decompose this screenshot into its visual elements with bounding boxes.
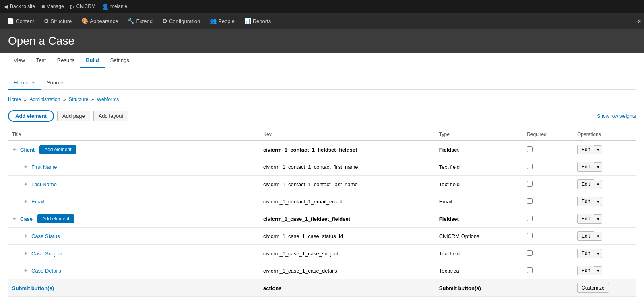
drag-handle-casestatus[interactable]: ✦ <box>23 233 28 239</box>
breadcrumb-administration[interactable]: Administration <box>29 97 60 102</box>
drag-handle-lastname[interactable]: ✦ <box>23 181 28 187</box>
required-cell-firstname[interactable] <box>523 158 573 176</box>
required-checkbox-email[interactable] <box>527 198 533 204</box>
required-checkbox-casesubject[interactable] <box>527 250 533 256</box>
add-element-client-button[interactable]: Add element <box>39 145 76 154</box>
tab-test[interactable]: Test <box>31 53 52 68</box>
dropdown-button-case[interactable]: ▾ <box>594 214 602 224</box>
add-page-button[interactable]: Add page <box>57 111 90 121</box>
nav-content[interactable]: 📄 Content <box>3 13 38 29</box>
required-checkbox-casedetails[interactable] <box>527 267 533 273</box>
breadcrumb-home[interactable]: Home <box>8 97 21 102</box>
user-menu[interactable]: 👤 melanie <box>102 3 127 10</box>
drag-handle-case[interactable]: ✦ <box>12 216 17 222</box>
dropdown-button-casedetails[interactable]: ▾ <box>594 266 602 275</box>
drag-handle-casesubject[interactable]: ✦ <box>23 250 28 257</box>
key-cell-casedetails: civicrm_1_case_1_case_details <box>259 262 435 279</box>
title-cell: ✦ Case Details <box>8 262 259 279</box>
reports-icon: 📊 <box>244 18 251 24</box>
dropdown-button-client[interactable]: ▾ <box>594 145 602 154</box>
operations-cell-case: Edit ▾ <box>573 210 636 228</box>
breadcrumb-webforms[interactable]: Webforms <box>97 97 119 102</box>
tab-results[interactable]: Results <box>52 53 80 68</box>
element-link-casesubject[interactable]: Case Subject <box>31 251 62 257</box>
table-row: ✦ Last Name civicrm_1_contact_1_contact_… <box>8 176 636 193</box>
edit-button-casedetails[interactable]: Edit <box>577 266 594 275</box>
nav-reports[interactable]: 📊 Reports <box>240 13 275 29</box>
drag-handle-firstname[interactable]: ✦ <box>23 164 28 170</box>
nav-extend[interactable]: 🔧 Extend <box>124 13 156 29</box>
edit-button-case[interactable]: Edit <box>577 214 594 224</box>
required-cell-email[interactable] <box>523 193 573 210</box>
required-checkbox-casestatus[interactable] <box>527 233 533 238</box>
manage-menu[interactable]: ≡ Manage <box>41 3 64 10</box>
drag-handle-email[interactable]: ✦ <box>23 198 28 205</box>
table-row: ✦ Case Status civicrm_1_case_1_case_stat… <box>8 228 636 245</box>
required-checkbox-firstname[interactable] <box>527 164 533 169</box>
drag-handle-casedetails[interactable]: ✦ <box>23 267 28 274</box>
add-element-case-button[interactable]: Add element <box>37 214 74 223</box>
dropdown-button-lastname[interactable]: ▾ <box>594 180 602 189</box>
customize-button[interactable]: Customize <box>577 283 609 293</box>
breadcrumb-structure[interactable]: Structure <box>69 97 89 102</box>
nav-configuration[interactable]: ⚙ Configuration <box>158 13 204 29</box>
required-cell-casestatus[interactable] <box>523 228 573 245</box>
nav-structure[interactable]: ⚙ Structure <box>40 13 76 29</box>
required-checkbox-case[interactable] <box>527 216 533 221</box>
type-cell-casedetails: Textarea <box>435 262 523 279</box>
civicrm-icon: ▷ <box>70 3 75 10</box>
element-link-lastname[interactable]: Last Name <box>31 181 57 187</box>
element-link-email[interactable]: Email <box>31 199 45 205</box>
sub-tab-elements[interactable]: Elements <box>8 76 41 90</box>
type-cell-client: Fieldset <box>435 141 523 158</box>
submit-key-cell: actions <box>259 279 435 297</box>
people-icon: 👥 <box>210 18 217 24</box>
required-cell-casesubject[interactable] <box>523 245 573 262</box>
page-title: Open a Case <box>8 35 636 47</box>
back-to-site[interactable]: ◀ Back to site <box>4 3 35 10</box>
configuration-icon: ⚙ <box>162 18 167 24</box>
add-layout-button[interactable]: Add layout <box>93 111 128 121</box>
edit-button-email[interactable]: Edit <box>577 197 594 206</box>
dropdown-button-firstname[interactable]: ▾ <box>594 162 602 172</box>
edit-button-lastname[interactable]: Edit <box>577 179 594 189</box>
element-link-firstname[interactable]: First Name <box>31 164 57 170</box>
tab-view[interactable]: View <box>8 53 31 68</box>
drag-handle-client[interactable]: ✦ <box>12 146 17 153</box>
operations-cell-casesubject: Edit ▾ <box>573 245 636 262</box>
sub-tab-source[interactable]: Source <box>41 76 69 90</box>
element-link-casedetails[interactable]: Case Details <box>31 268 61 274</box>
submit-type-cell: Submit button(s) <box>435 279 523 297</box>
dropdown-button-email[interactable]: ▾ <box>594 197 602 206</box>
civicrm-menu[interactable]: ▷ CiviCRM <box>70 3 95 10</box>
nav-people[interactable]: 👥 People <box>206 13 238 29</box>
tab-settings[interactable]: Settings <box>105 53 135 68</box>
element-link-casestatus[interactable]: Case Status <box>31 233 60 239</box>
dropdown-button-casestatus[interactable]: ▾ <box>594 232 602 241</box>
edit-button-casestatus[interactable]: Edit <box>577 231 594 241</box>
add-element-button[interactable]: Add element <box>8 110 54 122</box>
dropdown-button-casesubject[interactable]: ▾ <box>594 249 602 258</box>
show-row-weights-link[interactable]: Show row weights <box>597 113 636 119</box>
required-cell-case[interactable] <box>523 210 573 228</box>
tab-build[interactable]: Build <box>80 53 105 68</box>
table-row: ✦ Client Add element civicrm_1_contact_1… <box>8 141 636 158</box>
title-cell: ✦ Case Status <box>8 228 259 245</box>
nav-appearance[interactable]: 🎨 Appearance <box>77 13 122 29</box>
user-icon: 👤 <box>102 3 109 10</box>
required-cell-client[interactable] <box>523 141 573 158</box>
operations-cell-client: Edit ▾ <box>573 141 636 158</box>
edit-button-firstname[interactable]: Edit <box>577 162 594 172</box>
col-required: Required <box>523 128 573 141</box>
edit-button-casesubject[interactable]: Edit <box>577 249 594 258</box>
submit-buttons-link[interactable]: Submit button(s) <box>12 285 54 291</box>
required-cell-casedetails[interactable] <box>523 262 573 279</box>
table-row: ✦ Case Subject civicrm_1_case_1_case_sub… <box>8 245 636 262</box>
element-link-case[interactable]: Case <box>20 216 33 222</box>
element-link-client[interactable]: Client <box>20 147 35 153</box>
required-checkbox-client[interactable] <box>527 146 533 152</box>
required-cell-lastname[interactable] <box>523 176 573 193</box>
structure-icon: ⚙ <box>44 18 49 24</box>
edit-button-client[interactable]: Edit <box>577 145 594 154</box>
required-checkbox-lastname[interactable] <box>527 181 533 187</box>
